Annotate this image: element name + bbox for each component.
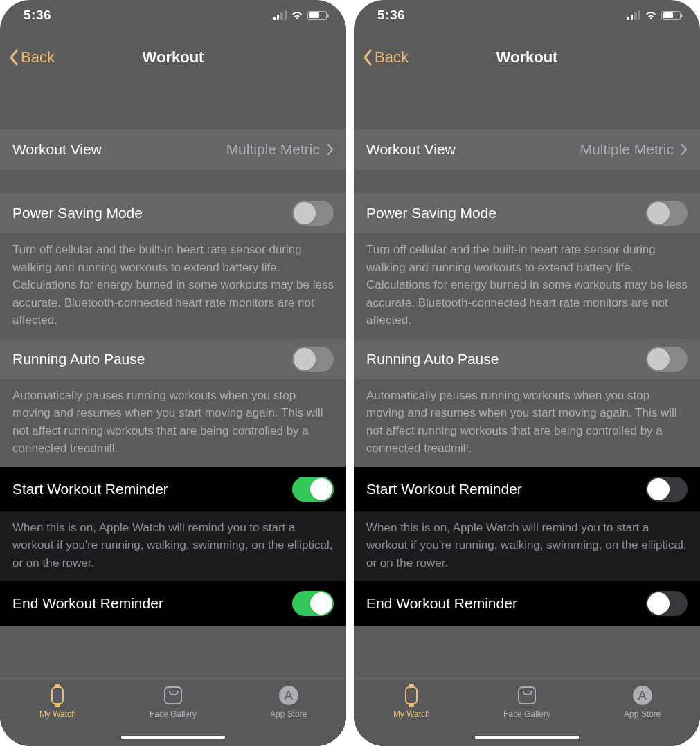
end-reminder-toggle[interactable]	[292, 591, 334, 616]
start-reminder-toggle[interactable]	[292, 477, 334, 502]
power-saving-row: Power Saving Mode	[0, 193, 346, 233]
cellular-icon	[273, 10, 287, 20]
end-reminder-label: End Workout Reminder	[12, 595, 163, 612]
battery-icon	[661, 11, 681, 20]
power-saving-toggle[interactable]	[292, 201, 334, 226]
auto-pause-toggle[interactable]	[292, 347, 334, 372]
home-indicator[interactable]	[121, 736, 225, 739]
wifi-icon	[645, 10, 657, 20]
tab-app-store[interactable]: A App Store	[231, 684, 346, 746]
wifi-icon	[291, 10, 303, 20]
back-label: Back	[21, 48, 55, 66]
status-time: 5:36	[24, 8, 51, 23]
start-reminder-footer: When this is on, Apple Watch will remind…	[0, 511, 346, 582]
app-store-icon: A	[631, 684, 654, 707]
tab-my-watch[interactable]: My Watch	[0, 684, 116, 746]
workout-view-value: Multiple Metric	[580, 141, 674, 158]
power-saving-footer: Turn off cellular and the built-in heart…	[0, 233, 346, 339]
back-button[interactable]: Back	[8, 38, 55, 77]
end-reminder-row: End Workout Reminder	[0, 581, 346, 626]
workout-view-row[interactable]: Workout View Multiple Metric	[354, 129, 700, 170]
auto-pause-footer: Automatically pauses running workouts wh…	[0, 379, 346, 467]
tab-my-watch-label: My Watch	[39, 709, 76, 719]
chevron-right-icon	[681, 143, 688, 156]
back-label: Back	[375, 48, 409, 66]
status-bar: 5:36	[0, 0, 346, 30]
tab-app-store[interactable]: A App Store	[584, 684, 700, 746]
power-saving-label: Power Saving Mode	[366, 205, 496, 221]
page-title: Workout	[143, 48, 204, 66]
auto-pause-row: Running Auto Pause	[354, 339, 700, 379]
end-reminder-row: End Workout Reminder	[354, 581, 700, 626]
tab-my-watch-label: My Watch	[393, 709, 430, 719]
watch-icon	[46, 684, 69, 707]
back-button[interactable]: Back	[362, 38, 409, 77]
start-reminder-row: Start Workout Reminder	[0, 467, 346, 511]
tab-face-gallery-label: Face Gallery	[150, 709, 197, 719]
workout-view-value: Multiple Metric	[226, 141, 320, 158]
watch-icon	[400, 684, 422, 707]
power-saving-row: Power Saving Mode	[354, 193, 700, 233]
power-saving-footer: Turn off cellular and the built-in heart…	[354, 233, 700, 339]
nav-bar: Back Workout	[0, 38, 346, 77]
workout-view-label: Workout View	[12, 141, 102, 158]
start-reminder-row: Start Workout Reminder	[354, 467, 700, 511]
auto-pause-footer: Automatically pauses running workouts wh…	[354, 379, 700, 467]
nav-bar: Back Workout	[354, 38, 700, 77]
phone-left: 5:36 Back Workout Workout View Multiple …	[0, 0, 346, 746]
tab-app-store-label: App Store	[270, 709, 307, 719]
auto-pause-toggle[interactable]	[646, 347, 688, 372]
home-indicator[interactable]	[475, 736, 579, 739]
gallery-icon	[162, 684, 184, 707]
workout-view-label: Workout View	[366, 141, 456, 158]
settings-content: Workout View Multiple Metric Power Savin…	[0, 77, 346, 678]
cellular-icon	[627, 10, 640, 20]
auto-pause-label: Running Auto Pause	[12, 351, 145, 367]
tab-app-store-label: App Store	[624, 709, 661, 719]
power-saving-toggle[interactable]	[646, 201, 688, 226]
page-title: Workout	[496, 48, 558, 66]
battery-icon	[307, 11, 327, 20]
workout-view-row[interactable]: Workout View Multiple Metric	[0, 129, 346, 170]
tab-face-gallery-label: Face Gallery	[503, 709, 550, 719]
start-reminder-toggle[interactable]	[646, 477, 688, 502]
start-reminder-footer: When this is on, Apple Watch will remind…	[354, 511, 700, 582]
app-store-icon: A	[278, 684, 300, 707]
gallery-icon	[516, 684, 538, 707]
start-reminder-label: Start Workout Reminder	[366, 481, 522, 498]
auto-pause-row: Running Auto Pause	[0, 339, 346, 379]
auto-pause-label: Running Auto Pause	[366, 351, 499, 367]
start-reminder-label: Start Workout Reminder	[12, 481, 168, 498]
end-reminder-label: End Workout Reminder	[366, 595, 517, 612]
status-time: 5:36	[377, 8, 405, 23]
chevron-right-icon	[327, 143, 334, 156]
phone-right: 5:36 Back Workout Workout View Multiple …	[354, 0, 700, 746]
chevron-left-icon	[362, 48, 373, 66]
power-saving-label: Power Saving Mode	[12, 205, 143, 221]
settings-content: Workout View Multiple Metric Power Savin…	[354, 77, 700, 678]
status-bar: 5:36	[354, 0, 700, 30]
chevron-left-icon	[8, 48, 19, 66]
end-reminder-toggle[interactable]	[646, 591, 688, 616]
tab-my-watch[interactable]: My Watch	[354, 684, 469, 746]
